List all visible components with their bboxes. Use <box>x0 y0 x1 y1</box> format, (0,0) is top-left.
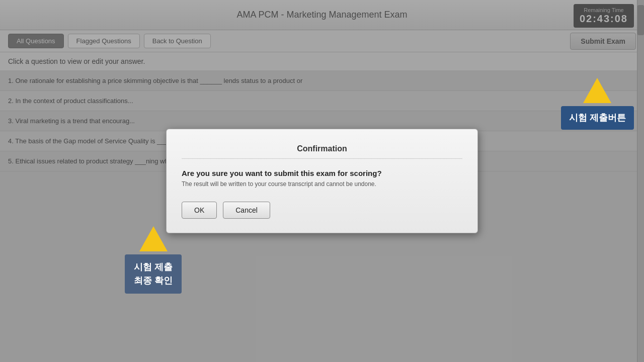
ok-button[interactable]: OK <box>182 202 217 219</box>
cancel-button[interactable]: Cancel <box>223 202 270 219</box>
confirmation-dialog: Confirmation Are you sure you want to su… <box>166 129 478 233</box>
dialog-note: The result will be written to your cours… <box>182 180 462 188</box>
arrow-up-icon <box>583 78 611 103</box>
annotation-ok: 시험 제출 최종 확인 <box>125 226 182 294</box>
dialog-buttons: OK Cancel <box>182 202 462 219</box>
dialog-title: Confirmation <box>182 144 462 159</box>
dialog-question: Are you sure you want to submit this exa… <box>182 169 462 177</box>
arrow-up-ok-icon <box>139 226 168 251</box>
annotation-submit-label: 시험 제출버튼 <box>561 106 634 130</box>
annotation-submit: 시험 제출버튼 <box>561 78 634 130</box>
annotation-ok-label: 시험 제출 최종 확인 <box>125 254 182 294</box>
